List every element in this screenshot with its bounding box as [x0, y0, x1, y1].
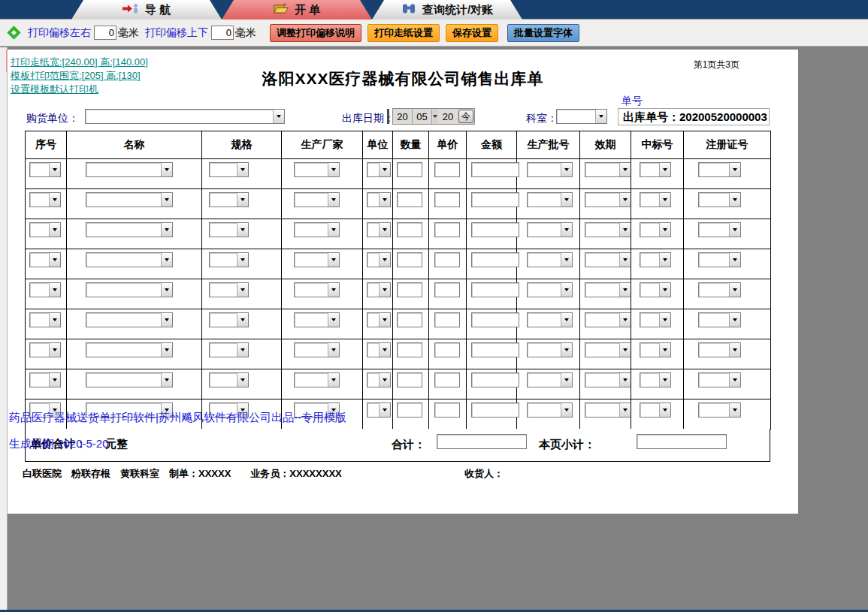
amount-input[interactable] — [471, 192, 519, 207]
chevron-down-icon[interactable] — [328, 313, 339, 327]
spec-combobox[interactable] — [209, 372, 249, 387]
seq-combobox[interactable] — [29, 282, 61, 297]
chevron-down-icon[interactable] — [328, 193, 339, 207]
price-input[interactable] — [434, 222, 460, 237]
chevron-down-icon[interactable] — [161, 373, 172, 387]
qty-input[interactable] — [397, 402, 422, 418]
seq-combobox[interactable] — [29, 252, 61, 267]
batch-combobox[interactable] — [527, 342, 573, 357]
total-input[interactable] — [437, 434, 527, 449]
price-input[interactable] — [434, 402, 460, 418]
seq-combobox[interactable] — [29, 162, 61, 177]
chevron-down-icon[interactable] — [729, 253, 740, 267]
chevron-down-icon[interactable] — [237, 343, 248, 357]
amount-input[interactable] — [471, 312, 519, 327]
qty-input[interactable] — [397, 162, 422, 177]
today-button[interactable]: 今 — [458, 110, 473, 123]
chevron-down-icon[interactable] — [561, 313, 572, 327]
batch-combobox[interactable] — [527, 312, 573, 327]
spec-combobox[interactable] — [209, 222, 249, 237]
price-input[interactable] — [434, 162, 460, 177]
qty-input[interactable] — [397, 312, 422, 327]
bid-combobox[interactable] — [640, 342, 671, 357]
paper-size-link[interactable]: 打印走纸宽:[240.00] 高:[140.00] — [11, 56, 148, 69]
chevron-down-icon[interactable] — [49, 253, 60, 267]
expiry-combobox[interactable] — [585, 342, 631, 357]
chevron-down-icon[interactable] — [237, 223, 248, 237]
bid-combobox[interactable] — [640, 402, 671, 418]
chevron-down-icon[interactable] — [561, 403, 572, 417]
chevron-down-icon[interactable] — [237, 373, 248, 387]
chevron-down-icon[interactable] — [237, 193, 248, 207]
expiry-combobox[interactable] — [585, 402, 631, 418]
chevron-down-icon[interactable] — [659, 373, 670, 387]
chevron-down-icon[interactable] — [237, 313, 248, 327]
chevron-down-icon[interactable] — [237, 163, 248, 176]
price-input[interactable] — [434, 252, 460, 267]
cert-combobox[interactable] — [698, 372, 741, 387]
cert-combobox[interactable] — [698, 312, 741, 327]
manufacturer-combobox[interactable] — [294, 192, 340, 207]
price-input[interactable] — [434, 282, 460, 297]
price-input[interactable] — [434, 372, 460, 387]
chevron-down-icon[interactable] — [49, 313, 60, 327]
unit-combobox[interactable] — [367, 282, 391, 297]
expiry-combobox[interactable] — [585, 372, 631, 387]
price-input[interactable] — [434, 192, 460, 207]
bid-combobox[interactable] — [640, 222, 671, 237]
batch-combobox[interactable] — [527, 252, 573, 267]
chevron-down-icon[interactable] — [161, 283, 172, 297]
cert-combobox[interactable] — [698, 402, 741, 418]
chevron-down-icon[interactable] — [237, 283, 248, 297]
expiry-combobox[interactable] — [585, 312, 631, 327]
manufacturer-combobox[interactable] — [294, 222, 340, 237]
manufacturer-combobox[interactable] — [294, 282, 340, 297]
chevron-down-icon[interactable] — [659, 283, 670, 297]
name-combobox[interactable] — [86, 192, 173, 207]
chevron-down-icon[interactable] — [561, 373, 572, 387]
chevron-down-icon[interactable] — [328, 343, 339, 357]
spec-combobox[interactable] — [209, 252, 249, 267]
price-input[interactable] — [434, 312, 460, 327]
qty-input[interactable] — [397, 222, 422, 237]
manufacturer-combobox[interactable] — [294, 312, 340, 327]
bid-combobox[interactable] — [640, 282, 671, 297]
chevron-down-icon[interactable] — [659, 163, 670, 176]
chevron-down-icon[interactable] — [561, 223, 572, 237]
chevron-down-icon[interactable] — [595, 110, 606, 123]
chevron-down-icon[interactable] — [379, 283, 390, 297]
amount-input[interactable] — [471, 252, 519, 267]
batch-combobox[interactable] — [527, 192, 573, 207]
batch-font-settings-button[interactable]: 批量设置字体 — [507, 24, 579, 42]
spec-combobox[interactable] — [209, 162, 249, 177]
chevron-down-icon[interactable] — [379, 313, 390, 327]
chevron-down-icon[interactable] — [729, 403, 740, 417]
chevron-down-icon[interactable] — [729, 223, 740, 237]
manufacturer-combobox[interactable] — [294, 372, 340, 387]
chevron-down-icon[interactable] — [379, 253, 390, 267]
chevron-down-icon[interactable] — [659, 313, 670, 327]
expiry-combobox[interactable] — [585, 192, 631, 207]
chevron-down-icon[interactable] — [49, 343, 60, 357]
chevron-down-icon[interactable] — [729, 343, 740, 357]
name-combobox[interactable] — [86, 312, 173, 327]
expiry-combobox[interactable] — [585, 282, 631, 297]
chevron-down-icon[interactable] — [379, 343, 390, 357]
chevron-down-icon[interactable] — [49, 373, 60, 387]
qty-input[interactable] — [397, 192, 422, 207]
chevron-down-icon[interactable] — [379, 163, 390, 176]
chevron-down-icon[interactable] — [379, 373, 390, 387]
chevron-down-icon[interactable] — [328, 223, 339, 237]
chevron-down-icon[interactable] — [619, 343, 631, 357]
bid-combobox[interactable] — [640, 192, 671, 207]
chevron-down-icon[interactable] — [619, 373, 631, 387]
manufacturer-combobox[interactable] — [294, 252, 340, 267]
batch-combobox[interactable] — [527, 402, 573, 418]
spec-combobox[interactable] — [209, 282, 249, 297]
manufacturer-combobox[interactable] — [294, 342, 340, 357]
name-combobox[interactable] — [86, 372, 173, 387]
seq-combobox[interactable] — [29, 312, 61, 327]
expiry-combobox[interactable] — [585, 222, 631, 237]
seq-combobox[interactable] — [29, 342, 61, 357]
bid-combobox[interactable] — [640, 372, 671, 387]
